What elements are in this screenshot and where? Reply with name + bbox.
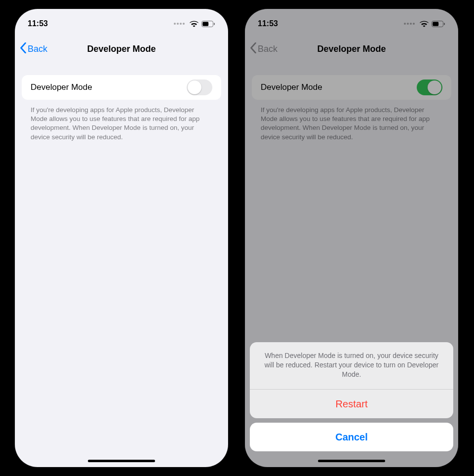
home-indicator[interactable] xyxy=(318,460,385,462)
developer-mode-label: Developer Mode xyxy=(31,82,92,92)
restart-button[interactable]: Restart xyxy=(250,390,453,418)
cancel-button[interactable]: Cancel xyxy=(250,423,453,451)
wifi-icon xyxy=(190,21,198,27)
developer-mode-footnote: If you're developing apps for Apple prod… xyxy=(22,106,221,142)
action-sheet-block: When Developer Mode is turned on, your d… xyxy=(250,342,453,418)
status-icons xyxy=(174,21,215,27)
nav-back-label: Back xyxy=(28,44,47,54)
battery-icon xyxy=(201,21,215,27)
svg-rect-1 xyxy=(202,22,208,26)
phone-right: 11:53 Back Developer Mode xyxy=(245,9,458,467)
nav-back-button[interactable]: Back xyxy=(20,37,47,61)
home-indicator[interactable] xyxy=(88,460,155,462)
action-sheet: When Developer Mode is turned on, your d… xyxy=(250,342,453,451)
developer-mode-toggle[interactable] xyxy=(187,79,212,95)
nav-bar: Back Developer Mode xyxy=(15,37,228,61)
cellular-dots-icon xyxy=(174,23,185,25)
screenshot-stage: 11:53 Back Developer Mode xyxy=(0,0,474,476)
content: Developer Mode If you're developing apps… xyxy=(15,75,228,142)
phone-left: 11:53 Back Developer Mode xyxy=(15,9,228,467)
developer-mode-row: Developer Mode xyxy=(22,75,221,100)
svg-rect-2 xyxy=(214,23,215,25)
status-bar: 11:53 xyxy=(15,14,228,34)
nav-title: Developer Mode xyxy=(87,44,156,54)
status-time: 11:53 xyxy=(28,19,48,28)
action-sheet-message: When Developer Mode is turned on, your d… xyxy=(250,342,453,389)
chevron-left-icon xyxy=(20,42,27,56)
